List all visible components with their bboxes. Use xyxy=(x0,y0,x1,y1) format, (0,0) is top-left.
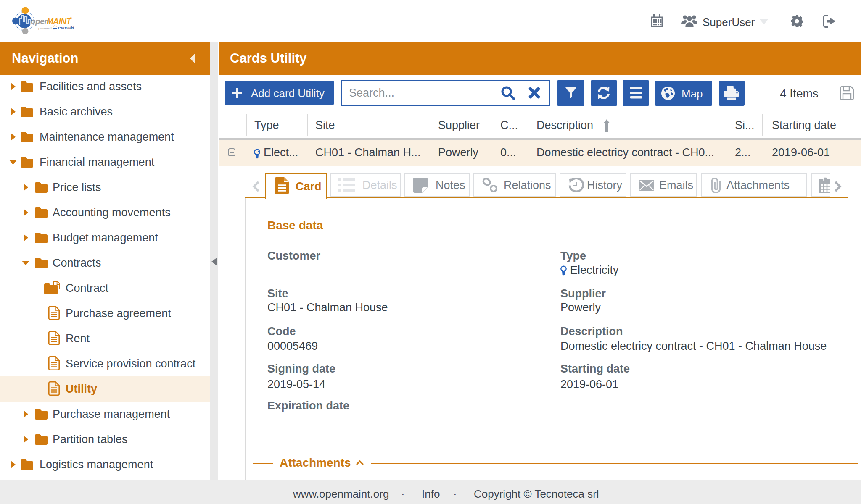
svg-text:®: ® xyxy=(70,17,72,20)
svg-text:open: open xyxy=(31,17,49,26)
svg-text:MAINT: MAINT xyxy=(47,17,72,26)
svg-text:powered by: powered by xyxy=(38,26,55,30)
svg-text:CMDBuild: CMDBuild xyxy=(58,26,74,30)
